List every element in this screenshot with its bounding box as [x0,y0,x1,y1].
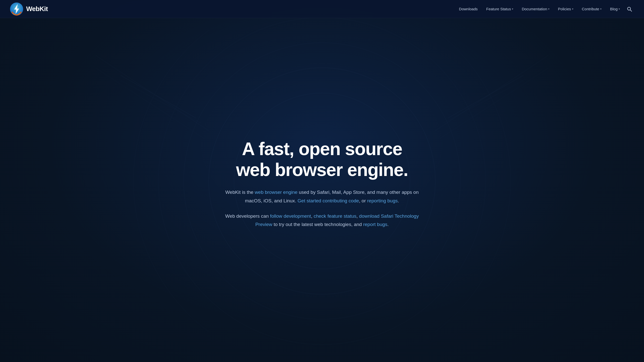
navbar: WebKit Downloads Feature Status ▾ Docume… [0,0,644,18]
reporting-bugs-link[interactable]: reporting bugs [367,198,398,203]
chevron-down-icon: ▾ [619,8,620,10]
svg-line-2 [630,10,632,11]
hero-description-1: WebKit is the web browser engine used by… [224,188,420,205]
hero-description-2: Web developers can follow development, c… [219,212,425,229]
svg-point-1 [628,7,631,10]
nav-item-blog[interactable]: Blog ▾ [607,5,623,13]
site-name: WebKit [26,5,48,13]
svg-line-9 [443,80,523,123]
chevron-down-icon: ▾ [572,8,573,10]
svg-line-10 [96,55,209,131]
chevron-down-icon: ▾ [512,8,513,10]
chevron-down-icon: ▾ [600,8,601,10]
nav-item-policies[interactable]: Policies ▾ [554,5,577,13]
svg-line-7 [121,80,201,123]
nav-item-contribute[interactable]: Contribute ▾ [578,5,605,13]
hero-content: A fast, open source web browser engine. … [219,139,425,229]
check-feature-status-link[interactable]: check feature status [314,213,356,219]
nav-links: Downloads Feature Status ▾ Documentation… [456,5,634,14]
webkit-logo-icon [10,3,23,16]
web-browser-engine-link[interactable]: web browser engine [255,190,298,195]
nav-item-feature-status[interactable]: Feature Status ▾ [483,5,517,13]
svg-line-12 [435,55,548,131]
svg-line-6 [121,75,196,118]
nav-item-downloads[interactable]: Downloads [456,5,481,13]
get-started-contributing-link[interactable]: Get started contributing code [298,198,359,203]
search-icon [627,7,632,12]
search-button[interactable] [625,5,634,14]
follow-development-link[interactable]: follow development [270,213,311,219]
chevron-down-icon: ▾ [548,8,549,10]
svg-line-13 [440,68,548,138]
nav-item-documentation[interactable]: Documentation ▾ [518,5,553,13]
hero-section: A fast, open source web browser engine. … [0,0,644,362]
site-logo[interactable]: WebKit [10,3,48,16]
report-bugs-link[interactable]: report bugs [363,222,387,227]
svg-line-11 [96,68,204,138]
svg-line-8 [448,75,523,118]
hero-title: A fast, open source web browser engine. [219,139,425,180]
